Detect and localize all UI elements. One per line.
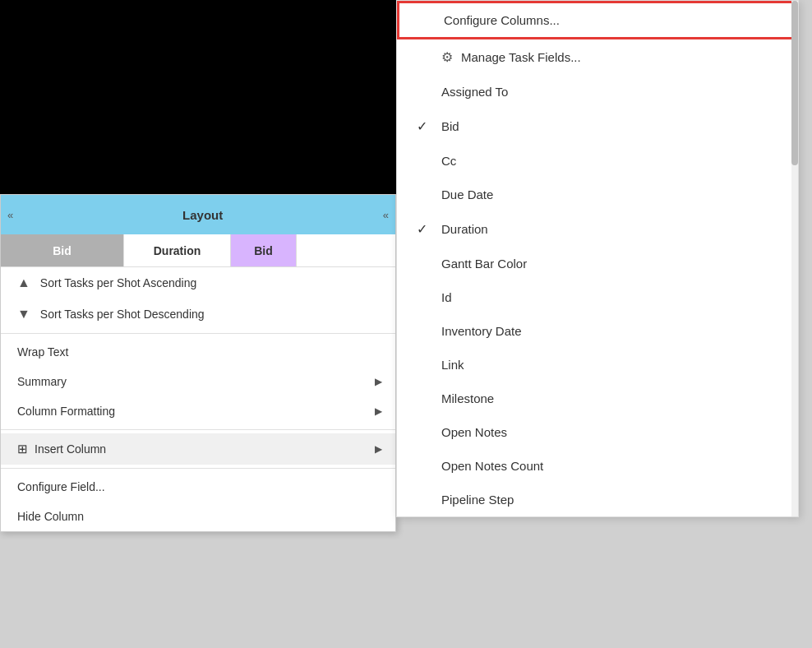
divider-1 <box>1 333 395 334</box>
summary-label: Summary <box>17 375 67 388</box>
link-label: Link <box>441 358 464 372</box>
due-date-label: Due Date <box>441 187 493 201</box>
link-item[interactable]: Link <box>397 348 798 382</box>
manage-task-fields-item[interactable]: ⚙ Manage Task Fields... <box>397 39 798 75</box>
gear-icon: ⚙ <box>441 49 453 65</box>
column-formatting-arrow-icon: ▶ <box>375 405 382 417</box>
sort-descending-item[interactable]: ▼ Sort Tasks per Shot Descending <box>1 299 395 330</box>
gantt-bar-color-label: Gantt Bar Color <box>441 257 527 271</box>
divider-2 <box>1 429 395 430</box>
configure-field-item[interactable]: Configure Field... <box>1 472 395 502</box>
open-notes-item[interactable]: Open Notes <box>397 415 798 449</box>
hide-column-item[interactable]: Hide Column <box>1 502 395 531</box>
duration-check-icon: ✓ <box>413 221 430 237</box>
column-formatting-label: Column Formatting <box>17 405 115 418</box>
insert-column-item[interactable]: ⊞ Insert Column ▶ <box>1 433 395 465</box>
column-tabs-row: Bid Duration Bid <box>1 234 395 267</box>
milestone-item[interactable]: Milestone <box>397 382 798 415</box>
cc-label: Cc <box>441 154 456 168</box>
id-label: Id <box>441 290 452 304</box>
sort-ascending-icon: ▲ <box>17 275 30 290</box>
wrap-text-label: Wrap Text <box>17 345 69 359</box>
configure-columns-label: Configure Columns... <box>444 13 560 27</box>
gantt-bar-color-item[interactable]: Gantt Bar Color <box>397 247 798 280</box>
insert-column-label: Insert Column <box>35 442 106 456</box>
summary-item[interactable]: Summary ▶ <box>1 367 395 396</box>
scrollbar[interactable] <box>791 1 798 516</box>
summary-arrow-icon: ▶ <box>375 376 382 387</box>
sort-ascending-item[interactable]: ▲ Sort Tasks per Shot Ascending <box>1 267 395 299</box>
duration-label: Duration <box>441 222 488 236</box>
milestone-label: Milestone <box>441 391 494 405</box>
bid-label: Bid <box>441 119 459 133</box>
chevron-left-icon[interactable]: « <box>7 209 13 221</box>
assigned-to-label: Assigned To <box>441 85 508 99</box>
insert-column-icon: ⊞ <box>17 442 28 456</box>
cc-item[interactable]: Cc <box>397 144 798 178</box>
column-tab-bid2[interactable]: Bid <box>231 234 297 266</box>
configure-columns-item[interactable]: Configure Columns... <box>397 1 798 39</box>
open-notes-label: Open Notes <box>441 425 507 439</box>
configure-field-label: Configure Field... <box>17 480 105 493</box>
bid-check-icon: ✓ <box>413 118 430 134</box>
right-dropdown-menu: Configure Columns... ⚙ Manage Task Field… <box>396 0 799 517</box>
insert-column-arrow-icon: ▶ <box>375 443 382 455</box>
chevron-right-icon[interactable]: « <box>383 209 389 221</box>
manage-task-fields-label: Manage Task Fields... <box>461 50 581 64</box>
sort-ascending-label: Sort Tasks per Shot Ascending <box>40 276 196 289</box>
column-formatting-item[interactable]: Column Formatting ▶ <box>1 396 395 426</box>
bid-item[interactable]: ✓ Bid <box>397 109 798 144</box>
divider-3 <box>1 468 395 469</box>
black-area <box>0 0 396 194</box>
id-item[interactable]: Id <box>397 280 798 314</box>
due-date-item[interactable]: Due Date <box>397 178 798 211</box>
wrap-text-item[interactable]: Wrap Text <box>1 337 395 367</box>
inventory-date-item[interactable]: Inventory Date <box>397 314 798 348</box>
duration-item[interactable]: ✓ Duration <box>397 211 798 247</box>
column-tab-duration[interactable]: Duration <box>124 234 231 266</box>
left-context-menu: « Layout « Bid Duration Bid ▲ Sort Tasks… <box>0 194 396 532</box>
column-tab-bid[interactable]: Bid <box>1 234 124 266</box>
layout-header: « Layout « <box>1 195 395 234</box>
scrollbar-thumb[interactable] <box>791 1 798 165</box>
assigned-to-item[interactable]: Assigned To <box>397 75 798 109</box>
open-notes-count-label: Open Notes Count <box>441 459 543 473</box>
sort-descending-label: Sort Tasks per Shot Descending <box>40 308 205 321</box>
open-notes-count-item[interactable]: Open Notes Count <box>397 449 798 483</box>
layout-title: Layout <box>16 208 389 222</box>
sort-descending-icon: ▼ <box>17 307 30 322</box>
inventory-date-label: Inventory Date <box>441 324 522 338</box>
pipeline-step-item[interactable]: Pipeline Step <box>397 483 798 516</box>
hide-column-label: Hide Column <box>17 510 84 523</box>
pipeline-step-label: Pipeline Step <box>441 493 514 507</box>
